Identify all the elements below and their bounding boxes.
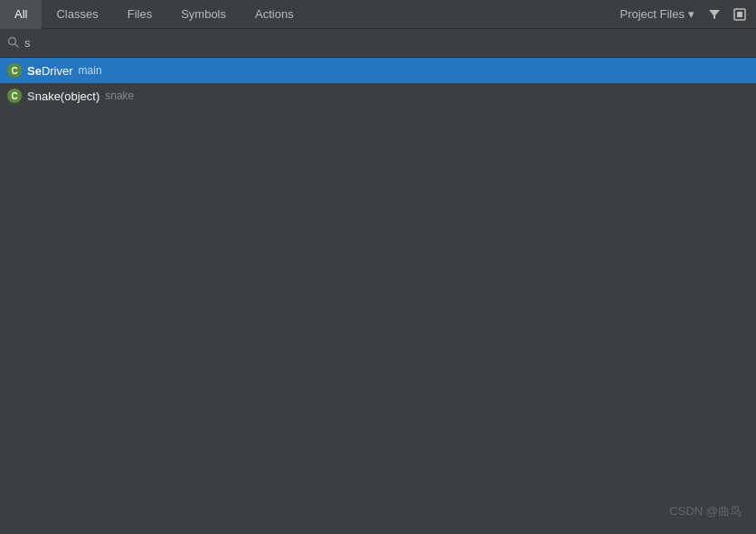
result-filename: main bbox=[79, 64, 102, 77]
project-files-button[interactable]: Project Files ▾ bbox=[614, 5, 700, 23]
tab-classes[interactable]: Classes bbox=[42, 0, 112, 29]
tab-symbols[interactable]: Symbols bbox=[166, 0, 241, 29]
highlight-text: S bbox=[27, 89, 35, 103]
expand-icon[interactable] bbox=[729, 4, 751, 25]
search-bar bbox=[0, 29, 756, 58]
result-text: SeDriver main bbox=[27, 64, 102, 78]
project-files-label: Project Files bbox=[619, 7, 685, 21]
search-icon bbox=[7, 36, 19, 51]
list-item[interactable]: C Snake(object) snake bbox=[0, 83, 756, 108]
class-icon: C bbox=[7, 89, 22, 103]
svg-rect-1 bbox=[737, 12, 742, 17]
top-navigation: All Classes Files Symbols Actions Projec… bbox=[0, 0, 756, 29]
tab-files[interactable]: Files bbox=[113, 0, 166, 29]
results-list: C SeDriver main C Snake(object) snake bbox=[0, 58, 756, 108]
watermark: CSDN @曲鸟 bbox=[669, 503, 742, 520]
search-input[interactable] bbox=[24, 36, 749, 50]
result-name: SeDriver bbox=[27, 64, 73, 78]
dropdown-chevron-icon: ▾ bbox=[688, 7, 695, 21]
highlight-text: Se bbox=[27, 64, 42, 78]
result-filename: snake bbox=[105, 89, 134, 102]
filter-icon[interactable] bbox=[704, 4, 725, 25]
result-name: Snake(object) bbox=[27, 89, 99, 103]
svg-line-3 bbox=[15, 43, 19, 47]
nav-right-controls: Project Files ▾ bbox=[614, 4, 756, 25]
result-text: Snake(object) snake bbox=[27, 89, 134, 103]
class-icon: C bbox=[7, 63, 22, 78]
tab-all[interactable]: All bbox=[0, 0, 42, 29]
tab-actions[interactable]: Actions bbox=[241, 0, 308, 29]
list-item[interactable]: C SeDriver main bbox=[0, 58, 756, 83]
